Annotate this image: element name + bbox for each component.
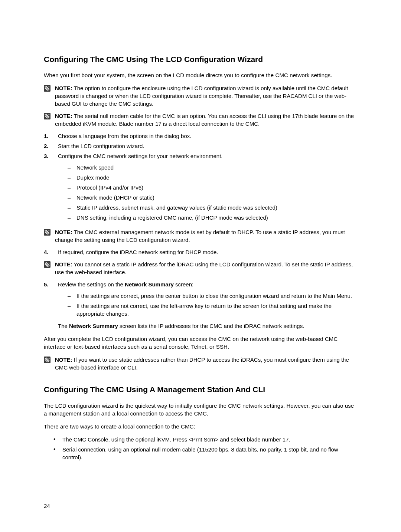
note-text-2: NOTE: The serial null modem cable for th…: [55, 112, 357, 128]
note-block-1: NOTE: The option to configure the enclos…: [44, 84, 357, 108]
note-text-3: NOTE: The CMC external management networ…: [55, 228, 357, 244]
list-item: –Duplex mode: [58, 174, 357, 181]
dash-icon: –: [68, 184, 71, 191]
note-block-3: NOTE: The CMC external management networ…: [44, 228, 357, 244]
dash-icon: –: [68, 174, 71, 181]
step-5-tail: The Network Summary screen lists the IP …: [58, 322, 357, 330]
note-text-5: NOTE: If you want to use static addresse…: [55, 356, 357, 371]
dash-icon: –: [68, 292, 71, 300]
step-5-body: Review the settings on the Network Summa…: [58, 280, 357, 330]
steps-list-cont: 4. If required, configure the iDRAC netw…: [44, 248, 357, 256]
step-number: 2.: [44, 142, 50, 150]
page: Configuring The CMC Using The LCD Config…: [0, 0, 401, 532]
step-5-lead: Review the settings on the Network Summa…: [58, 280, 357, 288]
list-item: •The CMC Console, using the optional iKV…: [44, 436, 357, 443]
steps-list: 1. Choose a language from the options in…: [44, 132, 357, 224]
note-text-4: NOTE: You cannot set a static IP address…: [55, 260, 357, 276]
dash-icon: –: [68, 302, 71, 318]
note-body-4: You cannot set a static IP address for t…: [55, 261, 353, 275]
dash-icon: –: [68, 214, 71, 221]
step-5-sublist: –If the settings are correct, press the …: [58, 292, 357, 318]
list-item: •Serial connection, using an optional nu…: [44, 446, 357, 461]
step-5: 5. Review the settings on the Network Su…: [44, 280, 357, 330]
step-4-body: If required, configure the iDRAC network…: [58, 248, 357, 256]
section-1-closing: After you complete the LCD configuration…: [44, 335, 357, 351]
note-icon: [44, 85, 50, 92]
bullet-icon: •: [53, 446, 57, 461]
note-body-5: If you want to use static addresses rath…: [55, 357, 349, 371]
step-5-prefix: Review the settings on the: [58, 281, 125, 288]
page-number: 24: [44, 502, 50, 510]
section-1-title: Configuring The CMC Using The LCD Config…: [44, 54, 357, 65]
list-item-text: DNS setting, including a registered CMC …: [76, 214, 357, 221]
list-item-text: Protocol (IPv4 and/or IPv6): [76, 184, 357, 191]
list-item-text: Static IP address, subnet mask, and gate…: [76, 204, 357, 211]
section-2-p1: The LCD configuration wizard is the quic…: [44, 402, 357, 417]
step-2: 2. Start the LCD configuration wizard.: [44, 142, 357, 150]
note-icon: [44, 229, 50, 236]
note-body-1: The option to configure the enclosure us…: [55, 85, 348, 107]
step-5-tail-suffix: screen lists the IP addresses for the CM…: [118, 323, 304, 329]
note-block-5: NOTE: If you want to use static addresse…: [44, 356, 357, 371]
step-2-body: Start the LCD configuration wizard.: [58, 142, 357, 150]
note-block-2: NOTE: The serial null modem cable for th…: [44, 112, 357, 128]
section-1-intro: When you first boot your system, the scr…: [44, 71, 357, 79]
step-3-body: Configure the CMC network settings for y…: [58, 152, 357, 224]
list-item-text: Serial connection, using an optional nul…: [62, 446, 357, 461]
list-item: –If the settings are correct, press the …: [58, 292, 357, 300]
list-item-text: Network speed: [76, 164, 357, 171]
note-block-4: NOTE: You cannot set a static IP address…: [44, 260, 357, 276]
network-summary-bold: Network Summary: [125, 281, 174, 288]
step-number: 3.: [44, 152, 50, 224]
list-item: –Static IP address, subnet mask, and gat…: [58, 204, 357, 211]
step-3-sublist: –Network speed –Duplex mode –Protocol (I…: [58, 164, 357, 221]
dash-icon: –: [68, 204, 71, 211]
step-1-body: Choose a language from the options in th…: [58, 132, 357, 140]
step-3-lead: Configure the CMC network settings for y…: [58, 152, 357, 160]
list-item-text: If the settings are not correct, use the…: [76, 302, 357, 318]
note-label: NOTE:: [55, 357, 72, 363]
list-item-text: Network mode (DHCP or static): [76, 194, 357, 201]
step-3: 3. Configure the CMC network settings fo…: [44, 152, 357, 224]
note-icon: [44, 261, 50, 268]
note-icon: [44, 357, 50, 363]
step-number: 4.: [44, 248, 50, 256]
bullet-icon: •: [53, 436, 57, 443]
section-2-title: Configuring The CMC Using A Management S…: [44, 384, 357, 395]
network-summary-bold-2: Network Summary: [69, 323, 118, 329]
list-item-text: The CMC Console, using the optional iKVM…: [62, 436, 357, 443]
list-item: –Network speed: [58, 164, 357, 171]
list-item-text: Duplex mode: [76, 174, 357, 181]
step-number: 1.: [44, 132, 50, 140]
note-label: NOTE:: [55, 85, 72, 91]
note-icon: [44, 113, 50, 119]
step-4: 4. If required, configure the iDRAC netw…: [44, 248, 357, 256]
note-body-2: The serial null modem cable for the CMC …: [55, 113, 354, 127]
step-1: 1. Choose a language from the options in…: [44, 132, 357, 140]
section-2-bullets: •The CMC Console, using the optional iKV…: [44, 436, 357, 461]
note-label: NOTE:: [55, 113, 72, 119]
dash-icon: –: [68, 194, 71, 201]
list-item-text: If the settings are correct, press the c…: [76, 292, 357, 300]
dash-icon: –: [68, 164, 71, 171]
steps-list-cont2: 5. Review the settings on the Network Su…: [44, 280, 357, 330]
step-number: 5.: [44, 280, 50, 330]
step-5-suffix: screen:: [174, 281, 193, 288]
list-item: –If the settings are not correct, use th…: [58, 302, 357, 318]
note-body-3: The CMC external management network mode…: [55, 229, 345, 243]
note-text-1: NOTE: The option to configure the enclos…: [55, 84, 357, 108]
list-item: –DNS setting, including a registered CMC…: [58, 214, 357, 221]
note-label: NOTE:: [55, 229, 72, 235]
note-label: NOTE:: [55, 261, 72, 267]
section-2-p2: There are two ways to create a local con…: [44, 423, 357, 430]
list-item: –Network mode (DHCP or static): [58, 194, 357, 201]
step-5-tail-prefix: The: [58, 323, 69, 329]
list-item: –Protocol (IPv4 and/or IPv6): [58, 184, 357, 191]
